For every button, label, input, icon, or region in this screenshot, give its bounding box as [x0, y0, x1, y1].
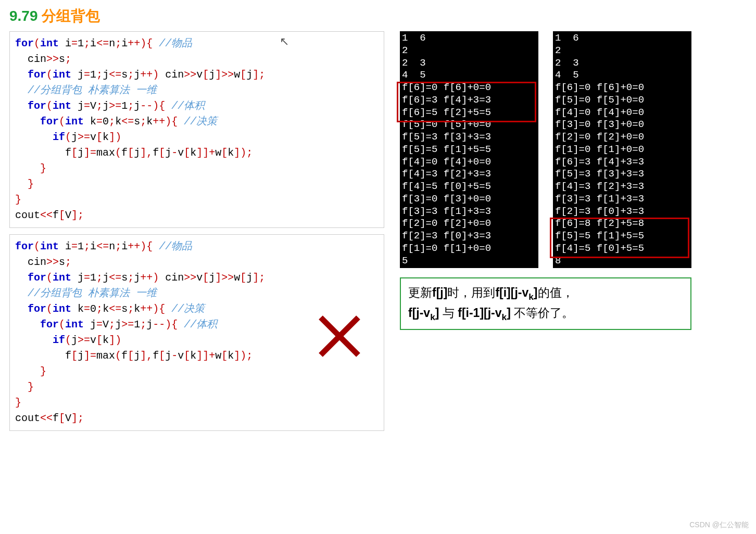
console-line: 1 6 [402, 32, 536, 45]
console-line: f[5]=3 f[3]+3=3 [555, 168, 689, 181]
console-line: 2 [555, 45, 689, 57]
explanation-note: 更新f[j]时，用到f[i][j-vk]的值， f[j-vk] 与 f[i-1]… [400, 277, 691, 330]
highlight-box-left [397, 82, 536, 122]
console-line: 5 [402, 255, 536, 268]
console-line: f[3]=3 f[1]+3=3 [555, 193, 689, 206]
code-correct: for(int i=1;i<=n;i++){ //物品 cin>>s; for(… [15, 36, 379, 223]
console-line: f[4]=0 f[4]+0=0 [402, 156, 536, 169]
console-line: f[2]=3 f[0]+3=3 [402, 230, 536, 243]
console-line: f[4]=3 f[2]+3=3 [555, 181, 689, 193]
note-line-1: 更新f[j]时，用到f[i][j-vk]的值， [408, 284, 683, 303]
console-line: f[1]=0 f[1]+0=0 [402, 243, 536, 255]
console-line: f[2]=0 f[2]+0=0 [402, 218, 536, 230]
console-line: f[5]=3 f[3]+3=3 [402, 131, 536, 144]
console-line: 2 [402, 45, 536, 57]
cursor-icon: ↖ [280, 35, 289, 48]
console-line: f[1]=0 f[1]+0=0 [555, 144, 689, 156]
title-number: 9.79 [9, 8, 38, 24]
title-text: 分组背包 [42, 8, 100, 24]
console-line: f[4]=5 f[0]+5=5 [402, 181, 536, 193]
console-line: f[6]=0 f[6]+0=0 [555, 82, 689, 94]
highlight-box-right [550, 218, 689, 258]
code-block-wrong: for(int i=1;i<=n;i++){ //物品 cin>>s; for(… [9, 234, 384, 431]
console-line: f[3]=0 f[3]+0=0 [555, 119, 689, 131]
console-output-left: 1 622 34 5f[6]=0 f[6]+0=0f[6]=3 f[4]+3=3… [400, 31, 538, 268]
console-line: f[2]=3 f[0]+3=3 [555, 206, 689, 218]
console-line: 2 3 [402, 57, 536, 70]
console-line: f[3]=3 f[1]+3=3 [402, 206, 536, 218]
console-line: 2 3 [555, 57, 689, 70]
console-line: 1 6 [555, 32, 689, 45]
cross-icon [316, 313, 363, 360]
console-output-right: 1 622 34 5f[6]=0 f[6]+0=0f[5]=0 f[5]+0=0… [553, 31, 691, 268]
console-line: f[4]=3 f[2]+3=3 [402, 168, 536, 181]
console-line: 4 5 [402, 69, 536, 82]
console-line: f[2]=0 f[2]+0=0 [555, 131, 689, 144]
console-line: f[4]=0 f[4]+0=0 [555, 107, 689, 119]
console-line: f[6]=3 f[4]+3=3 [555, 156, 689, 169]
console-line: f[5]=5 f[1]+5=5 [402, 144, 536, 156]
code-block-correct: ↖ for(int i=1;i<=n;i++){ //物品 cin>>s; fo… [9, 31, 384, 228]
page-title: 9.79 分组背包 [9, 6, 747, 26]
console-line: 4 5 [555, 69, 689, 82]
console-line: f[3]=0 f[3]+0=0 [402, 193, 536, 206]
note-line-2: f[j-vk] 与 f[i-1][j-vk] 不等价了。 [408, 304, 683, 324]
console-line: f[5]=0 f[5]+0=0 [555, 94, 689, 107]
